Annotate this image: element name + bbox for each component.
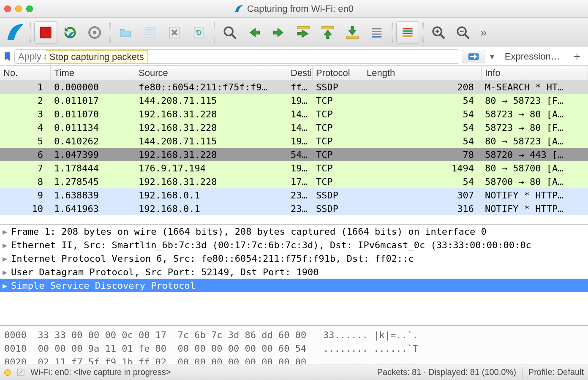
close-window-button[interactable] xyxy=(4,5,11,12)
column-header-destination[interactable]: Desti xyxy=(287,66,313,80)
filter-history-dropdown[interactable]: ▾ xyxy=(488,50,496,63)
cell-protocol: TCP xyxy=(313,122,363,133)
go-back-button[interactable] xyxy=(243,21,266,44)
cell-time: 0.011070 xyxy=(51,109,135,119)
cell-destination: 19… xyxy=(287,95,313,106)
svg-rect-18 xyxy=(322,26,334,29)
expand-icon[interactable]: ▶ xyxy=(3,268,11,277)
details-ethernet-line[interactable]: ▶Ethernet II, Src: Smartlin_6b:7c:3d (00… xyxy=(0,238,588,252)
minimize-window-button[interactable] xyxy=(15,5,22,12)
column-header-info[interactable]: Info xyxy=(482,66,588,80)
zoom-in-button[interactable] xyxy=(427,21,450,44)
column-header-length[interactable]: Length xyxy=(363,66,482,80)
filter-input-wrapper: Stop capturing packets xyxy=(14,49,459,64)
zoom-out-button[interactable] xyxy=(452,21,474,44)
expand-icon[interactable]: ▶ xyxy=(3,227,11,236)
packet-row[interactable]: 61.047399192.168.31.22854…TCP7858720 → 4… xyxy=(0,148,588,161)
cell-length: 1494 xyxy=(363,163,482,174)
cell-time: 0.000000 xyxy=(51,82,135,92)
go-forward-button[interactable] xyxy=(267,21,290,44)
packet-list-header: No. Time Source Desti Protocol Length In… xyxy=(0,66,588,80)
expression-button[interactable]: Expression… xyxy=(499,51,566,62)
column-header-protocol[interactable]: Protocol xyxy=(313,66,363,80)
close-file-button[interactable] xyxy=(163,21,186,44)
cell-info: 58700 → 80 [A… xyxy=(482,176,588,187)
cell-length: 54 xyxy=(363,122,482,133)
app-logo-icon[interactable] xyxy=(3,21,26,44)
jump-to-packet-button[interactable] xyxy=(292,21,315,44)
expand-icon[interactable]: ▶ xyxy=(3,281,11,290)
svg-point-2 xyxy=(93,30,97,34)
restart-capture-button[interactable] xyxy=(59,21,82,44)
cell-time: 1.641963 xyxy=(51,204,135,214)
cell-destination: 14… xyxy=(287,122,313,133)
column-header-source[interactable]: Source xyxy=(135,66,287,80)
packet-row[interactable]: 50.410262144.208.71.11519…TCP5480 → 5872… xyxy=(0,134,588,148)
colorize-packets-button[interactable] xyxy=(396,21,419,44)
reload-file-button[interactable] xyxy=(188,21,210,44)
packet-list[interactable]: 10.000000fe80::6054:211:f75f:f9…ff…SSDP2… xyxy=(0,80,588,224)
cell-info: 80 → 58723 [F… xyxy=(482,95,588,106)
toolbar-separator xyxy=(422,22,424,43)
details-ip-line[interactable]: ▶Internet Protocol Version 6, Src: fe80:… xyxy=(0,252,588,265)
cell-protocol: TCP xyxy=(313,95,363,106)
packet-row[interactable]: 91.638839192.168.0.123…SSDP307NOTIFY * H… xyxy=(0,188,588,202)
cell-time: 0.011134 xyxy=(51,122,135,133)
cell-length: 316 xyxy=(363,204,482,214)
zoom-window-button[interactable] xyxy=(26,5,33,12)
cell-source: 192.168.31.228 xyxy=(135,176,287,187)
cell-destination: 14… xyxy=(287,109,313,119)
window-controls xyxy=(4,5,33,12)
cell-length: 78 xyxy=(363,149,482,160)
go-last-packet-button[interactable] xyxy=(341,21,364,44)
find-packet-button[interactable] xyxy=(218,21,241,44)
details-frame-line[interactable]: ▶Frame 1: 208 bytes on wire (1664 bits),… xyxy=(0,225,588,238)
column-header-no[interactable]: No. xyxy=(0,66,51,80)
cell-length: 54 xyxy=(363,95,482,106)
column-header-time[interactable]: Time xyxy=(51,66,135,80)
packet-row[interactable]: 10.000000fe80::6054:211:f75f:f9…ff…SSDP2… xyxy=(0,80,588,94)
open-file-button[interactable] xyxy=(114,21,137,44)
auto-scroll-button[interactable] xyxy=(365,21,388,44)
expand-icon[interactable]: ▶ xyxy=(3,254,11,263)
cell-protocol: SSDP xyxy=(313,204,363,214)
packet-row[interactable]: 71.178444176.9.17.19419…TCP149480 → 5870… xyxy=(0,161,588,175)
save-file-button[interactable] xyxy=(139,21,161,44)
titlebar: Capturing from Wi-Fi: en0 xyxy=(0,0,588,18)
packet-bytes-pane[interactable]: 0000 33 33 00 00 00 0c 00 17 7c 6b 7c 3d… xyxy=(0,325,588,364)
capture-options-button[interactable] xyxy=(83,21,106,44)
apply-filter-button[interactable] xyxy=(462,50,485,63)
expert-info-indicator[interactable] xyxy=(4,369,11,376)
details-ssdp-line[interactable]: ▶Simple Service Discovery Protocol xyxy=(0,279,588,292)
expand-icon[interactable]: ▶ xyxy=(3,241,11,250)
display-filter-input[interactable] xyxy=(14,49,459,64)
packet-row[interactable]: 101.641963192.168.0.123…SSDP316NOTIFY * … xyxy=(0,202,588,215)
cell-length: 307 xyxy=(363,190,482,201)
cell-time: 0.011017 xyxy=(51,95,135,106)
status-profile-label[interactable]: Profile: Default xyxy=(528,367,584,377)
add-filter-button[interactable]: + xyxy=(569,50,585,63)
toolbar-overflow-icon[interactable]: » xyxy=(476,26,491,39)
stop-capture-button[interactable] xyxy=(34,21,57,44)
filter-bookmark-icon[interactable] xyxy=(3,50,12,63)
go-first-packet-button[interactable] xyxy=(316,21,339,44)
packet-details-pane[interactable]: ▶Frame 1: 208 bytes on wire (1664 bits),… xyxy=(0,224,588,325)
cell-source: 144.208.71.115 xyxy=(135,95,287,106)
details-udp-line[interactable]: ▶User Datagram Protocol, Src Port: 52149… xyxy=(0,265,588,279)
packet-row[interactable]: 30.011070192.168.31.22814…TCP5458723 → 8… xyxy=(0,107,588,121)
cell-no: 1 xyxy=(0,82,51,92)
packet-row[interactable]: 40.011134192.168.31.22814…TCP5458723 → 8… xyxy=(0,121,588,134)
toolbar-separator xyxy=(109,22,111,43)
cell-length: 54 xyxy=(363,176,482,187)
window-title: Capturing from Wi-Fi: en0 xyxy=(0,3,588,14)
packet-row[interactable]: 20.011017144.208.71.11519…TCP5480 → 5872… xyxy=(0,94,588,107)
cell-no: 7 xyxy=(0,163,51,174)
cell-info: 80 → 58700 [A… xyxy=(482,163,588,174)
cell-source: fe80::6054:211:f75f:f9… xyxy=(135,82,287,92)
svg-line-16 xyxy=(231,34,236,38)
cell-protocol: TCP xyxy=(313,163,363,174)
hex-line: 0020 02 11 f7 5f f9 1b ff 02 00 00 00 00… xyxy=(4,356,584,364)
packet-row[interactable]: 81.278545192.168.31.22817…TCP5458700 → 8… xyxy=(0,175,588,188)
edit-capture-icon[interactable] xyxy=(17,369,24,376)
cell-protocol: TCP xyxy=(313,149,363,160)
